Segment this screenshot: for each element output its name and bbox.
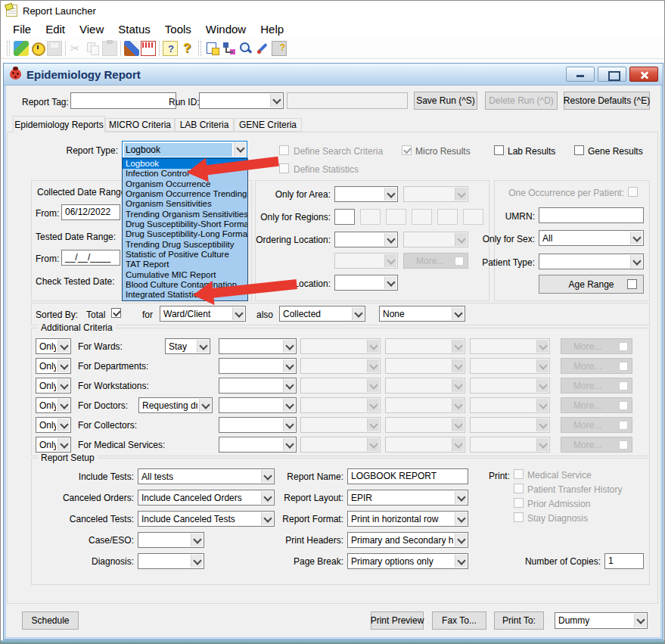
region-input-1[interactable]	[334, 209, 355, 225]
chevron-down-icon[interactable]	[232, 307, 244, 320]
chevron-down-icon[interactable]	[384, 276, 396, 289]
format-brush-icon[interactable]	[124, 41, 139, 56]
menu-file[interactable]: File	[7, 22, 37, 36]
chevron-down-icon[interactable]	[261, 470, 273, 483]
about-help-icon[interactable]	[179, 41, 194, 56]
chevron-down-icon[interactable]	[455, 512, 467, 525]
total-checkbox[interactable]	[111, 308, 121, 318]
menu-help[interactable]: Help	[254, 22, 290, 36]
run-report-icon[interactable]	[14, 41, 29, 56]
sort-tertiary-combo[interactable]: None	[379, 306, 465, 322]
chevron-down-icon[interactable]	[57, 438, 70, 451]
chevron-down-icon[interactable]	[352, 307, 364, 320]
help-topics-icon[interactable]	[163, 41, 178, 56]
ordering-location-combo[interactable]	[334, 232, 398, 247]
report-name-input[interactable]: LOGBOOK REPORT	[347, 468, 468, 484]
toolbar-grip[interactable]	[7, 41, 10, 56]
chevron-down-icon[interactable]	[261, 491, 273, 504]
canceled-tests-combo[interactable]: Include Canceled Tests	[138, 511, 275, 527]
age-range-button[interactable]: Age Range	[539, 275, 644, 294]
print-to-button[interactable]: Print To:	[494, 611, 544, 630]
report-format-combo[interactable]: Print in horizontal row	[347, 511, 468, 527]
only-combo-doctors[interactable]: Only	[36, 397, 71, 413]
report-type-option[interactable]: Statistic of Positive Culture	[123, 250, 247, 260]
report-type-option[interactable]: Drug Susceptibility-Short Format	[123, 219, 247, 229]
chevron-down-icon[interactable]	[197, 340, 209, 353]
area-combo[interactable]	[334, 186, 398, 202]
report-layout-combo[interactable]: EPIR	[347, 490, 468, 506]
chevron-down-icon[interactable]	[283, 399, 295, 412]
medical-services-combo-1[interactable]	[219, 437, 297, 453]
sort-primary-combo[interactable]: Ward/Client	[160, 306, 246, 322]
doctors-mode-combo[interactable]: Requesting dr.	[138, 397, 213, 413]
collected-from-input[interactable]: 06/12/2022	[61, 204, 120, 220]
chevron-down-icon[interactable]	[283, 359, 295, 372]
chevron-down-icon[interactable]	[57, 379, 70, 392]
patient-type-combo[interactable]	[539, 254, 644, 269]
lab-results-checkbox[interactable]	[494, 145, 504, 155]
report-type-option[interactable]: Organism Occurrence Trending	[123, 189, 247, 199]
close-button[interactable]	[629, 67, 658, 82]
report-type-option[interactable]: Trending Organism Sensitivities	[123, 210, 247, 219]
hierarchy-icon[interactable]	[222, 41, 237, 56]
sort-secondary-combo[interactable]: Collected	[279, 306, 365, 322]
workstations-combo-1[interactable]	[219, 378, 297, 394]
chevron-down-icon[interactable]	[283, 418, 295, 431]
toolbar-grip[interactable]	[198, 41, 201, 56]
chevron-down-icon[interactable]	[630, 255, 642, 268]
tested-from-input[interactable]: __/__/____	[61, 250, 120, 266]
chevron-down-icon[interactable]	[452, 307, 464, 320]
chevron-down-icon[interactable]	[57, 399, 70, 412]
chevron-down-icon[interactable]	[283, 340, 295, 353]
only-combo-medical-services[interactable]: Only	[36, 437, 71, 453]
number-of-copies-input[interactable]: 1	[604, 553, 644, 569]
chevron-down-icon[interactable]	[455, 555, 467, 568]
tab-lab-criteria[interactable]: LAB Criteria	[175, 118, 234, 132]
tab-gene-criteria[interactable]: GENE Criteria	[234, 118, 302, 132]
chevron-down-icon[interactable]	[283, 379, 295, 392]
report-tag-input[interactable]	[70, 92, 176, 109]
printer-help-icon[interactable]	[272, 41, 287, 56]
copy-run-icon[interactable]	[205, 41, 220, 56]
fax-to-button[interactable]: Fax To...	[432, 611, 486, 630]
menu-view[interactable]: View	[73, 22, 110, 36]
menu-status[interactable]: Status	[112, 22, 157, 36]
diagnosis-combo[interactable]	[138, 553, 204, 569]
chevron-down-icon[interactable]	[270, 94, 282, 107]
chevron-down-icon[interactable]	[199, 399, 211, 412]
chevron-down-icon[interactable]	[191, 555, 203, 568]
chevron-down-icon[interactable]	[384, 233, 396, 246]
print-preview-button[interactable]: Print Preview	[371, 611, 424, 630]
menu-window[interactable]: Window	[200, 22, 252, 36]
chevron-down-icon[interactable]	[634, 614, 646, 627]
report-type-option[interactable]: Trending Drug Susceptibility	[123, 240, 247, 250]
gene-results-checkbox[interactable]	[574, 145, 584, 155]
report-type-option[interactable]: Organism Sensitivities	[123, 199, 247, 209]
report-type-option[interactable]: Organism Occurrence	[123, 179, 247, 189]
wards-combo-1[interactable]	[219, 338, 297, 354]
printer-combo[interactable]: Dummy	[555, 612, 648, 629]
only-combo-departments[interactable]: Only	[36, 358, 71, 374]
chevron-down-icon[interactable]	[283, 438, 295, 451]
restore-defaults-button[interactable]: Restore Defaults (^E)	[564, 92, 650, 110]
chevron-down-icon[interactable]	[57, 418, 70, 431]
save-run-button[interactable]: Save Run (^S)	[414, 92, 477, 110]
include-tests-combo[interactable]: All tests	[138, 468, 275, 484]
report-type-option[interactable]: TAT Report	[123, 260, 247, 269]
chevron-down-icon[interactable]	[384, 188, 396, 201]
print-headers-combo[interactable]: Primary and Secondary headers	[347, 532, 468, 548]
menu-tools[interactable]: Tools	[159, 22, 197, 36]
wards-mode-combo[interactable]: Stay	[165, 338, 210, 354]
canceled-orders-combo[interactable]: Include Canceled Orders	[138, 490, 275, 506]
tools-wrench-icon[interactable]	[255, 41, 270, 56]
schedule-clock-icon[interactable]	[30, 41, 45, 56]
schedule-button[interactable]: Schedule	[22, 611, 79, 630]
only-combo-wards[interactable]: Only	[36, 338, 71, 354]
collectors-combo-1[interactable]	[219, 417, 297, 433]
sex-combo[interactable]: All	[539, 230, 644, 246]
case-eso-combo[interactable]	[138, 532, 204, 548]
chevron-down-icon[interactable]	[455, 491, 467, 504]
report-type-option[interactable]: Drug Susceptibility-Long Format	[123, 229, 247, 239]
menu-edit[interactable]: Edit	[39, 22, 71, 36]
chevron-down-icon[interactable]	[630, 232, 642, 244]
